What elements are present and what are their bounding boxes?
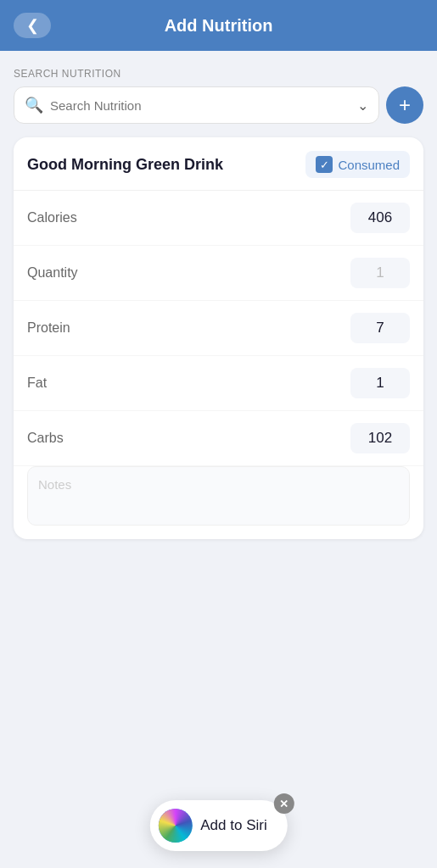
chevron-down-icon: ⌄: [357, 97, 368, 114]
protein-row: Protein 7: [14, 301, 423, 356]
plus-icon: +: [399, 95, 411, 115]
back-button[interactable]: ❮: [14, 13, 51, 38]
siri-label: Add to Siri: [200, 817, 266, 834]
consumed-checkbox[interactable]: ✓: [316, 156, 333, 173]
app-header: ❮ Add Nutrition: [0, 0, 437, 51]
siri-close-button[interactable]: ✕: [274, 793, 294, 814]
consumed-badge[interactable]: ✓ Consumed: [305, 151, 410, 178]
search-row: 🔍 ⌄ +: [14, 86, 423, 124]
back-chevron-icon: ❮: [26, 18, 39, 33]
fat-label: Fat: [27, 376, 47, 391]
siri-gradient: [158, 809, 192, 843]
search-input-wrap[interactable]: 🔍 ⌄: [14, 86, 379, 124]
nutrition-card: Good Morning Green Drink ✓ Consumed Calo…: [14, 137, 423, 539]
consumed-label: Consumed: [338, 158, 400, 172]
carbs-label: Carbs: [27, 431, 64, 446]
quantity-row: Quantity 1: [14, 246, 423, 301]
fat-value-box[interactable]: 1: [350, 368, 410, 398]
protein-value-box[interactable]: 7: [350, 313, 410, 343]
search-section-label: SEARCH NUTRITION: [14, 68, 423, 80]
main-content: SEARCH NUTRITION 🔍 ⌄ + Good Morning Gree…: [0, 51, 437, 556]
search-input[interactable]: [50, 98, 350, 113]
protein-value: 7: [376, 320, 384, 336]
fat-row: Fat 1: [14, 356, 423, 411]
carbs-value: 102: [368, 430, 392, 446]
close-icon: ✕: [279, 798, 289, 810]
add-button[interactable]: +: [386, 86, 423, 124]
notes-placeholder: Notes: [38, 477, 71, 492]
calories-label: Calories: [27, 210, 77, 225]
calories-value-box[interactable]: 406: [350, 203, 410, 233]
siri-bar[interactable]: ✕ Add to Siri: [149, 800, 287, 851]
calories-value: 406: [368, 209, 392, 225]
page-title: Add Nutrition: [165, 16, 273, 36]
quantity-value: 1: [376, 264, 384, 281]
siri-icon: [158, 809, 192, 843]
carbs-row: Carbs 102: [14, 411, 423, 466]
nutrition-item-title: Good Morning Green Drink: [27, 156, 223, 174]
fat-value: 1: [376, 375, 384, 391]
protein-label: Protein: [27, 320, 70, 336]
carbs-value-box[interactable]: 102: [350, 423, 410, 453]
quantity-value-box[interactable]: 1: [350, 258, 410, 288]
checkmark-icon: ✓: [320, 159, 329, 171]
calories-row: Calories 406: [14, 191, 423, 246]
search-icon: 🔍: [25, 96, 43, 114]
quantity-label: Quantity: [27, 265, 78, 281]
notes-area[interactable]: Notes: [27, 466, 410, 526]
card-header: Good Morning Green Drink ✓ Consumed: [14, 137, 423, 191]
